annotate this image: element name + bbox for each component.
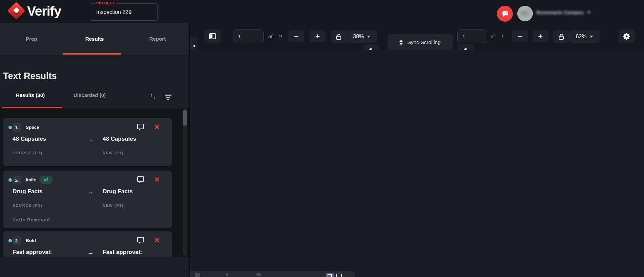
active-view-mode-button[interactable] xyxy=(326,273,334,277)
discard-result-button[interactable]: × xyxy=(152,174,162,185)
filter-button[interactable] xyxy=(165,95,171,100)
filter-line-3 xyxy=(167,99,169,100)
user-menu[interactable]: Rosemarie Campos xyxy=(536,9,590,15)
arrow-right-icon: → xyxy=(87,249,94,256)
result-type-label: Space xyxy=(26,125,39,130)
support-chat-button[interactable] xyxy=(497,6,513,22)
chevron-down-icon xyxy=(367,36,370,38)
sync-scrolling-button[interactable]: Sync Scrolling xyxy=(388,34,453,50)
project-field-label: PROJECT xyxy=(95,1,117,5)
project-name-input[interactable] xyxy=(92,7,153,17)
document-viewer-canvas[interactable] xyxy=(190,50,644,277)
view-mode-button[interactable] xyxy=(336,274,342,277)
active-subtab-underline xyxy=(2,107,62,108)
page-title: Text Results xyxy=(3,71,57,81)
left-zoom-level-dropdown[interactable]: 38% xyxy=(347,30,377,43)
source-page-label: SOURCE (P1) xyxy=(13,151,43,155)
tab-prep[interactable]: Prep xyxy=(0,23,63,55)
right-zoom-in-button[interactable]: + xyxy=(533,30,548,42)
left-zoom-out-button[interactable]: − xyxy=(288,30,304,42)
sort-down-arrow-icon: ↓ xyxy=(153,94,156,100)
verify-app: Verify PROJECT RC Rosemarie Campos Prep xyxy=(0,0,644,277)
sync-scrolling-label: Sync Scrolling xyxy=(407,39,440,45)
result-type-label: Bold xyxy=(26,238,36,243)
tab-discarded-list[interactable]: Discarded (0) xyxy=(74,92,106,98)
close-icon: × xyxy=(154,122,159,132)
results-scrollbar-thumb[interactable] xyxy=(183,110,187,126)
clipped-tool-icon[interactable] xyxy=(195,273,200,277)
left-page-of-label: of xyxy=(268,34,273,39)
tab-results-list[interactable]: Results (30) xyxy=(16,92,45,98)
left-page-input[interactable] xyxy=(233,29,264,43)
minus-icon: − xyxy=(294,32,298,40)
results-scrollbar-track[interactable] xyxy=(183,110,187,255)
view-mode-icon xyxy=(328,274,332,277)
comment-bubble-icon xyxy=(137,123,145,132)
source-text: 48 Capsules xyxy=(13,136,46,142)
gear-icon xyxy=(622,32,631,41)
comment-button[interactable] xyxy=(136,236,145,245)
user-name: Rosemarie Campos xyxy=(536,9,584,15)
arrow-right-icon: → xyxy=(87,188,94,196)
plus-icon: + xyxy=(315,32,320,40)
results-list: 1. Space × 48 Capsules → 48 Capsules SOU… xyxy=(0,108,189,257)
new-text: Fast approval: xyxy=(103,249,142,256)
right-zoom-lock-button[interactable] xyxy=(553,30,569,43)
right-page-input[interactable] xyxy=(457,29,487,43)
result-number-badge: 2. xyxy=(13,176,21,184)
new-page-label: NEW (P1) xyxy=(103,151,124,155)
user-avatar[interactable]: RC xyxy=(517,6,533,21)
arrow-right-icon: → xyxy=(87,136,94,143)
filter-line-2 xyxy=(166,97,170,98)
settings-button[interactable] xyxy=(619,29,635,43)
result-status-dot xyxy=(8,178,12,182)
sort-button[interactable]: ↑ ↓ xyxy=(150,93,159,101)
close-icon: × xyxy=(154,174,159,184)
plus-icon: + xyxy=(538,32,543,40)
comment-bubble-icon xyxy=(137,236,145,245)
result-card-3[interactable]: 3. Bold × Fast approval: → Fast approval… xyxy=(3,231,172,257)
minus-icon: − xyxy=(518,32,522,40)
discard-result-button[interactable]: × xyxy=(152,235,162,245)
filter-line-1 xyxy=(165,95,171,96)
brand-title: Verify xyxy=(27,4,61,19)
workflow-tabs: Prep Results Report xyxy=(0,23,189,55)
right-zoom-value: 62% xyxy=(576,34,586,40)
right-page-total: 1 xyxy=(501,34,504,39)
left-zoom-in-button[interactable]: + xyxy=(310,30,326,42)
tab-report[interactable]: Report xyxy=(126,23,189,55)
top-bar: Verify PROJECT RC Rosemarie Campos xyxy=(0,0,644,23)
left-page-total: 2 xyxy=(279,34,282,39)
split-pane-icon xyxy=(209,33,216,39)
sync-scroll-icon xyxy=(399,40,403,45)
close-icon: × xyxy=(154,235,159,245)
left-zoom-lock-button[interactable] xyxy=(331,30,346,43)
source-text: Fast approval: xyxy=(13,249,52,256)
clipped-tool-icon[interactable] xyxy=(256,273,261,276)
chevron-down-icon xyxy=(590,36,593,38)
right-zoom-level-dropdown[interactable]: 62% xyxy=(569,30,600,43)
result-number-badge: 3. xyxy=(13,236,21,245)
tab-results-label: Results xyxy=(85,36,104,42)
project-field: PROJECT xyxy=(90,3,158,21)
tab-results[interactable]: Results xyxy=(63,23,126,55)
comment-button[interactable] xyxy=(136,176,145,184)
result-card-1[interactable]: 1. Space × 48 Capsules → 48 Capsules SOU… xyxy=(3,118,172,166)
result-card-2[interactable]: 2. Italic x2 × Drug Facts → Drug Facts S… xyxy=(3,171,172,228)
collapse-left-icon: ◀ xyxy=(192,44,195,47)
clipped-tool-icon[interactable] xyxy=(226,273,228,276)
layout-toggle-button[interactable] xyxy=(204,29,221,43)
tab-prep-label: Prep xyxy=(26,36,37,42)
tab-results-list-label: Results (30) xyxy=(16,92,45,98)
right-zoom-out-button[interactable]: − xyxy=(512,30,528,42)
unlock-icon xyxy=(557,33,565,40)
result-number-badge: 1. xyxy=(13,123,21,132)
source-page-label: SOURCE (P1) xyxy=(13,203,43,207)
viewer-bottom-toolbar xyxy=(190,271,355,277)
occurrence-count-badge: x2 xyxy=(39,176,53,184)
right-page-of-label: of xyxy=(491,34,495,39)
result-note: Italic Removed xyxy=(13,218,50,222)
discard-result-button[interactable]: × xyxy=(152,121,162,132)
comment-button[interactable] xyxy=(136,123,145,132)
sort-up-arrow-icon: ↑ xyxy=(150,92,153,98)
